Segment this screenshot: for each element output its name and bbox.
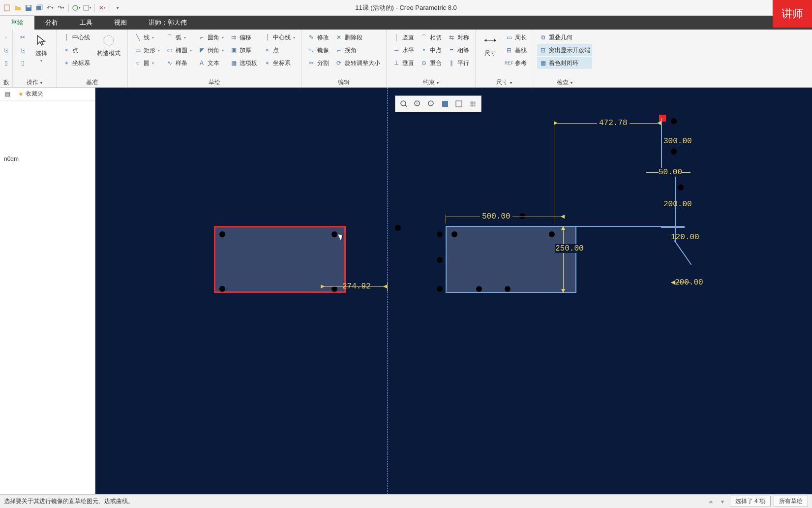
undo-icon[interactable]: ↶▾ <box>45 3 55 13</box>
sketch-point[interactable] <box>505 286 511 292</box>
divide-button[interactable]: ✂分割 <box>305 57 331 69</box>
grid-icon[interactable] <box>466 97 479 110</box>
zoom-fit-icon[interactable] <box>397 97 410 110</box>
repaint-icon[interactable] <box>439 97 451 110</box>
sketch-rectangle[interactable] <box>446 226 576 293</box>
midpoint-button[interactable]: •中点 <box>418 44 444 56</box>
corner-button[interactable]: ⌐拐角 <box>333 44 382 56</box>
text-button[interactable]: A文本 <box>196 57 226 69</box>
tree-tab-mixed[interactable]: ▤ <box>2 90 13 98</box>
csys-button[interactable]: ⌖坐标系 <box>60 57 92 69</box>
rotate-resize-button[interactable]: ⟳旋转调整大小 <box>333 57 382 69</box>
sketch-point[interactable] <box>219 231 225 237</box>
dimension-value[interactable]: 472.78 <box>597 119 630 127</box>
save-icon[interactable] <box>24 3 33 13</box>
sketch-point[interactable] <box>437 286 443 292</box>
chamfer-button[interactable]: ◤倒角▾ <box>196 44 226 56</box>
windows-icon[interactable]: ▾ <box>82 3 92 13</box>
circle-button[interactable]: ○圆▾ <box>132 57 162 69</box>
selected-rectangle[interactable] <box>214 226 346 293</box>
modify-button[interactable]: ✎修改 <box>305 32 331 43</box>
sketch-point[interactable] <box>451 231 457 237</box>
sketch-point[interactable] <box>437 257 443 263</box>
symmetric-button[interactable]: ⇆对称 <box>446 32 471 43</box>
equal-button[interactable]: =相等 <box>446 44 471 56</box>
tab-view[interactable]: 视图 <box>103 16 138 30</box>
dimension-value[interactable]: 250.00 <box>555 244 584 253</box>
dimension-value[interactable]: 200.00 <box>675 278 703 287</box>
get-data-button[interactable]: ▫ <box>1 32 11 43</box>
offset-button[interactable]: ⇉偏移 <box>228 32 259 43</box>
thicken-button[interactable]: ▣加厚 <box>228 44 259 56</box>
rectangle-button[interactable]: ▭矩形▾ <box>132 44 162 56</box>
copy-button[interactable]: ⎘ <box>1 44 11 56</box>
line-button[interactable]: ╲线▾ <box>132 32 162 43</box>
dimension-value[interactable]: 274.92 <box>342 282 371 291</box>
palette-button[interactable]: ▦选项板 <box>228 57 259 69</box>
perpendicular-button[interactable]: ⊥垂直 <box>391 57 416 69</box>
vertical-button[interactable]: │竖直 <box>391 32 416 43</box>
open-folder-icon[interactable] <box>13 3 23 13</box>
redo-icon[interactable]: ↷▾ <box>56 3 66 13</box>
point-button[interactable]: ×点 <box>60 44 92 56</box>
tab-instructor[interactable]: 讲师：郭天伟 <box>138 16 198 30</box>
delete-seg-button[interactable]: ✕删除段 <box>333 32 382 43</box>
locked-point[interactable] <box>659 115 666 122</box>
dimension-value[interactable]: 50.00 <box>659 168 682 177</box>
sketch-point[interactable] <box>219 286 225 292</box>
sketch-point[interactable] <box>671 149 677 155</box>
save-copy-icon[interactable] <box>34 3 44 13</box>
perimeter-button[interactable]: ▭周长 <box>503 32 529 43</box>
dimension-value[interactable]: 200.00 <box>663 200 692 209</box>
tab-tools[interactable]: 工具 <box>69 16 103 30</box>
horizontal-button[interactable]: ─水平 <box>391 44 416 56</box>
sketch-point[interactable] <box>395 225 401 231</box>
overlap-geom-button[interactable]: ⧉重叠几何 <box>537 32 592 43</box>
selection-count[interactable]: 选择了 4 项 <box>730 496 771 507</box>
cut-button[interactable]: ✂ <box>17 32 29 43</box>
sketch-point[interactable] <box>678 185 684 190</box>
coincident-button[interactable]: ⊙重合 <box>418 57 444 69</box>
tangent-button[interactable]: ⌒相切 <box>418 32 444 43</box>
sketch-point[interactable] <box>476 286 482 292</box>
highlight-open-button[interactable]: ⊡突出显示开放端 <box>537 44 592 56</box>
centerline-button[interactable]: ┆中心线 <box>60 32 92 43</box>
parallel-button[interactable]: ∥平行 <box>446 57 471 69</box>
sketch-point[interactable] <box>437 231 443 237</box>
arc-button[interactable]: ⌒弧▾ <box>164 32 194 43</box>
dimension-value[interactable]: 300.00 <box>663 137 692 146</box>
sketch-point[interactable] <box>549 231 555 237</box>
shade-closed-button[interactable]: ▦着色封闭环 <box>537 57 592 69</box>
sketch-line[interactable] <box>674 240 692 265</box>
find-icon[interactable] <box>706 497 715 506</box>
fillet-button[interactable]: ⌐圆角▾ <box>196 32 226 43</box>
dimension-button[interactable]: 尺寸 <box>480 32 501 59</box>
selection-filter[interactable]: 所有草绘 <box>774 496 808 507</box>
sketch-point[interactable] <box>331 231 337 237</box>
select-button[interactable]: 选择 ▾ <box>30 32 52 64</box>
csys2-button[interactable]: ⌖坐标系 <box>261 57 297 69</box>
point2-button[interactable]: ×点 <box>261 44 297 56</box>
baseline-button[interactable]: ⊟基线 <box>503 44 529 56</box>
tree-tab-favorites[interactable]: ★收藏夹 <box>15 89 46 99</box>
copy2-button[interactable]: ⎘ <box>17 44 29 56</box>
construct-mode-button[interactable]: 构造模式 <box>94 32 123 59</box>
paste2-button[interactable]: ▯ <box>17 57 29 69</box>
centerline2-button[interactable]: ┆中心线▾ <box>261 32 297 43</box>
sketch-point[interactable] <box>519 213 525 219</box>
display-style-icon[interactable] <box>452 97 465 110</box>
filter-dropdown-icon[interactable]: ▾ <box>718 497 727 506</box>
tree-item[interactable]: n0qm <box>4 154 91 164</box>
sketch-point[interactable] <box>671 118 677 124</box>
qat-customize-icon[interactable]: ▾ <box>113 3 122 13</box>
close-icon[interactable]: ✕▾ <box>97 3 107 13</box>
new-file-icon[interactable] <box>2 3 12 13</box>
sketch-canvas[interactable]: + - 274.92 500. <box>95 88 812 494</box>
sketch-line[interactable] <box>675 227 676 242</box>
dimension-value[interactable]: 500.00 <box>480 212 512 221</box>
zoom-out-icon[interactable]: - <box>425 97 438 110</box>
sketch-line[interactable] <box>661 227 685 228</box>
spline-button[interactable]: ∿样条 <box>164 57 194 69</box>
reference-button[interactable]: REF参考 <box>503 57 529 69</box>
zoom-in-icon[interactable]: + <box>411 97 424 110</box>
